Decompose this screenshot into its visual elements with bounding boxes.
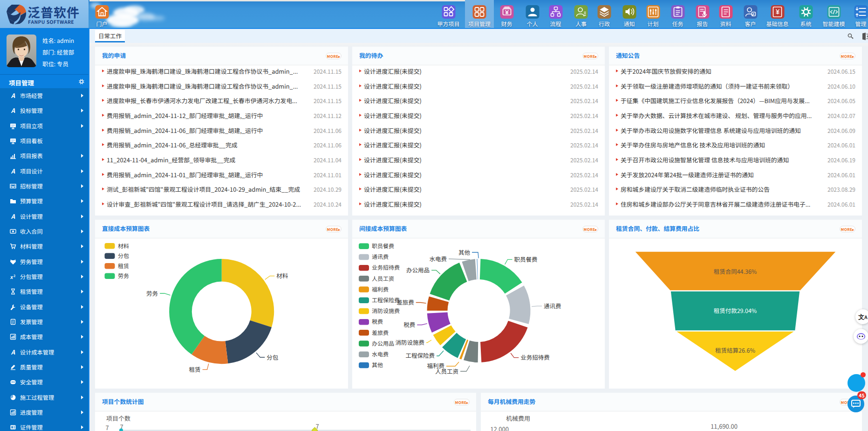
svg-text:11,690.00: 11,690.00	[711, 422, 738, 431]
svg-text:A: A	[11, 92, 15, 99]
svg-text:材料: 材料	[118, 242, 129, 250]
svg-text:机械费用: 机械费用	[506, 414, 530, 423]
svg-text:其他: 其他	[372, 361, 383, 368]
svg-text:租赁: 租赁	[118, 262, 129, 270]
svg-text:A: A	[11, 168, 15, 174]
svg-text:7: 7	[105, 423, 109, 431]
svg-text:A: A	[11, 213, 15, 220]
svg-text:业务招待费: 业务招待费	[520, 353, 550, 361]
svg-text:差旅费: 差旅费	[396, 298, 414, 306]
svg-text:租赁结算26.6%: 租赁结算26.6%	[715, 346, 755, 355]
svg-text:消防设施费: 消防设施费	[372, 306, 400, 314]
svg-text:12,000: 12,000	[490, 424, 509, 431]
svg-text:福利费: 福利费	[427, 361, 444, 370]
svg-text:A: A	[11, 107, 15, 114]
svg-text:办公用品: 办公用品	[372, 339, 394, 347]
svg-text:福利费: 福利费	[372, 285, 389, 293]
svg-text:职员餐费: 职员餐费	[372, 242, 394, 250]
svg-text:劳务: 劳务	[118, 271, 129, 279]
svg-text:分包: 分包	[118, 251, 129, 259]
svg-text:2: 2	[14, 273, 15, 278]
svg-text:租赁付款29.04%: 租赁付款29.04%	[714, 306, 757, 315]
svg-text:消防设施费: 消防设施费	[395, 338, 424, 347]
svg-text:税费: 税费	[403, 320, 415, 329]
svg-text:水电费: 水电费	[372, 350, 389, 358]
svg-text:材料: 材料	[276, 271, 288, 280]
svg-text:业务招待费: 业务招待费	[372, 263, 400, 271]
svg-text:人员工资: 人员工资	[372, 274, 394, 282]
svg-text:办公用品: 办公用品	[406, 265, 430, 274]
svg-text:通讯费: 通讯费	[544, 301, 561, 310]
svg-text:工程保险费: 工程保险费	[372, 296, 400, 304]
svg-text:差旅费: 差旅费	[372, 328, 389, 336]
svg-text:通讯费: 通讯费	[372, 252, 389, 260]
svg-text:职员餐费: 职员餐费	[514, 255, 538, 264]
svg-text:其他: 其他	[458, 248, 471, 257]
svg-text:租赁: 租赁	[189, 365, 201, 374]
svg-text:税费: 税费	[372, 317, 383, 325]
svg-text:分包: 分包	[267, 353, 278, 361]
svg-text:租赁合同44.36%: 租赁合同44.36%	[714, 267, 757, 276]
svg-text:劳务: 劳务	[146, 289, 158, 298]
svg-text:x: x	[10, 273, 14, 280]
svg-text:A: A	[11, 349, 15, 355]
svg-text:项目个数: 项目个数	[106, 414, 130, 423]
svg-text:工程保险费: 工程保险费	[405, 351, 435, 360]
svg-text:水电费: 水电费	[429, 254, 447, 263]
